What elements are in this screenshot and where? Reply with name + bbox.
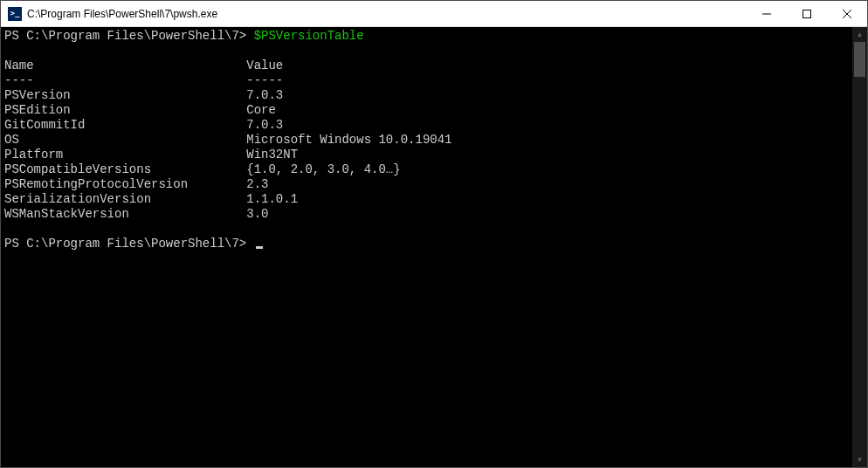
table-row: WSManStackVersion 3.0 xyxy=(4,207,849,222)
minimize-button[interactable] xyxy=(747,1,787,26)
scroll-up-arrow[interactable]: ▲ xyxy=(852,27,867,42)
table-header-rule: ---- ----- xyxy=(4,73,849,88)
table-row: PSVersion 7.0.3 xyxy=(4,88,849,103)
close-button[interactable] xyxy=(827,1,867,26)
svg-rect-1 xyxy=(803,10,811,17)
table-row: PSEdition Core xyxy=(4,103,849,118)
prompt-prefix: PS C:\Program Files\PowerShell\7> xyxy=(4,29,254,43)
titlebar[interactable]: >_ C:\Program Files\PowerShell\7\pwsh.ex… xyxy=(1,1,867,27)
vertical-scrollbar[interactable]: ▲ ▼ xyxy=(852,27,867,467)
window-title: C:\Program Files\PowerShell\7\pwsh.exe xyxy=(27,8,747,20)
cursor xyxy=(256,246,263,249)
blank-line xyxy=(4,222,849,237)
minimize-icon xyxy=(762,10,771,18)
close-icon xyxy=(843,10,851,18)
command-text: $PSVersionTable xyxy=(254,29,364,43)
maximize-button[interactable] xyxy=(787,1,827,26)
table-row: PSCompatibleVersions {1.0, 2.0, 3.0, 4.0… xyxy=(4,162,849,177)
table-row: OS Microsoft Windows 10.0.19041 xyxy=(4,133,849,148)
scrollbar-track[interactable] xyxy=(852,42,867,452)
powershell-window: >_ C:\Program Files\PowerShell\7\pwsh.ex… xyxy=(0,0,868,468)
maximize-icon xyxy=(803,10,811,18)
prompt-prefix: PS C:\Program Files\PowerShell\7> xyxy=(4,237,254,251)
terminal-output[interactable]: PS C:\Program Files\PowerShell\7> $PSVer… xyxy=(1,27,852,467)
powershell-icon-glyph: >_ xyxy=(10,10,20,17)
table-row: PSRemotingProtocolVersion 2.3 xyxy=(4,177,849,192)
window-controls xyxy=(747,1,867,26)
table-row: GitCommitId 7.0.3 xyxy=(4,118,849,133)
scroll-down-arrow[interactable]: ▼ xyxy=(852,452,867,467)
table-header: Name Value xyxy=(4,58,849,73)
table-row: SerializationVersion 1.1.0.1 xyxy=(4,192,849,207)
table-row: Platform Win32NT xyxy=(4,148,849,162)
terminal-area: PS C:\Program Files\PowerShell\7> $PSVer… xyxy=(1,27,867,467)
prompt-line: PS C:\Program Files\PowerShell\7> $PSVer… xyxy=(4,29,849,44)
powershell-icon: >_ xyxy=(8,7,22,21)
blank-line xyxy=(4,44,849,58)
prompt-line: PS C:\Program Files\PowerShell\7> xyxy=(4,237,849,251)
scrollbar-thumb[interactable] xyxy=(854,42,865,77)
